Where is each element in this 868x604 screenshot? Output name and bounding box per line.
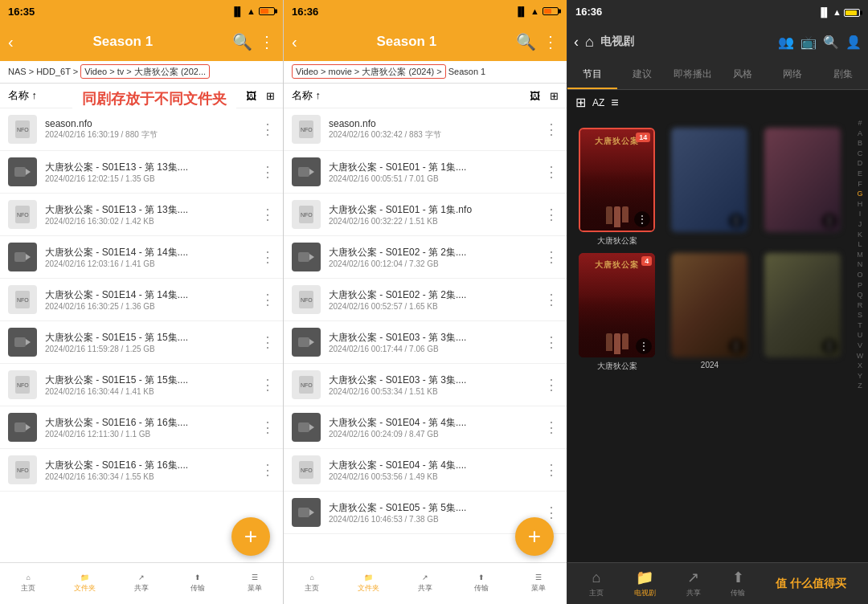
list-item[interactable]: 大唐狄公案 - S01E02 - 第 2集....2024/02/16 00:1… — [284, 236, 567, 279]
list-item[interactable]: NFO大唐狄公案 - S01E16 - 第 16集....2024/02/16 … — [0, 449, 283, 492]
back-icon[interactable]: ‹ — [8, 33, 14, 51]
alpha-letter-K[interactable]: K — [858, 230, 862, 240]
alpha-letter-#[interactable]: # — [858, 118, 862, 129]
az-sort-icon[interactable]: AZ — [592, 97, 604, 108]
file-more-button[interactable]: ⋮ — [544, 504, 559, 521]
nav-item-传输[interactable]: ⬆传输 — [170, 563, 226, 604]
show-more-btn-1[interactable]: ⋮ — [728, 213, 744, 229]
file-more-button[interactable]: ⋮ — [544, 120, 559, 138]
show-more-btn-4[interactable]: ⋮ — [728, 338, 744, 354]
alpha-letter-X[interactable]: X — [858, 361, 862, 371]
right-user-icon[interactable]: 👤 — [845, 35, 862, 50]
alpha-letter-M[interactable]: M — [857, 250, 863, 260]
grid-view-icon[interactable]: ⊞ — [575, 95, 586, 110]
nav-item-菜单[interactable]: ☰菜单 — [227, 563, 283, 604]
middle-fab-button[interactable]: + — [515, 517, 554, 556]
alpha-letter-J[interactable]: J — [858, 219, 862, 230]
alpha-letter-L[interactable]: L — [858, 239, 862, 250]
show-item-3[interactable]: 大唐狄公案 4 ⋮ 大唐狄公案 — [574, 253, 660, 372]
nav-item-主页[interactable]: ⌂主页 — [284, 563, 340, 604]
file-more-button[interactable]: ⋮ — [544, 248, 559, 266]
middle-more-icon[interactable]: ⋮ — [542, 32, 559, 51]
alpha-letter-F[interactable]: F — [858, 179, 862, 190]
right-nav-home[interactable]: ⌂ 主页 — [589, 569, 604, 598]
list-item[interactable]: 大唐狄公案 - S01E13 - 第 13集....2024/02/16 12:… — [0, 151, 283, 194]
show-more-btn-2[interactable]: ⋮ — [821, 213, 837, 229]
file-more-button[interactable]: ⋮ — [260, 163, 275, 181]
right-tab-5[interactable]: 剧集 — [818, 61, 868, 89]
list-item[interactable]: NFOseason.nfo2024/02/16 00:32:42 / 883 字… — [284, 108, 567, 151]
list-item[interactable]: 大唐狄公案 - S01E16 - 第 16集....2024/02/16 12:… — [0, 406, 283, 449]
nav-item-共享[interactable]: ↗共享 — [113, 563, 170, 604]
list-item[interactable]: NFOseason.nfo2024/02/16 16:30:19 / 880 字… — [0, 108, 283, 151]
file-more-button[interactable]: ⋮ — [544, 333, 559, 351]
file-more-button[interactable]: ⋮ — [260, 418, 275, 436]
alphabet-sidebar[interactable]: #ABCDEFGHIJKLMNOPQRSTUVWXYZ — [852, 115, 868, 562]
alpha-letter-E[interactable]: E — [858, 169, 862, 179]
alpha-letter-D[interactable]: D — [858, 158, 863, 169]
list-item[interactable]: NFO大唐狄公案 - S01E04 - 第 4集....2024/02/16 0… — [284, 449, 567, 492]
alpha-letter-P[interactable]: P — [858, 280, 862, 291]
alpha-letter-Y[interactable]: Y — [858, 371, 862, 382]
list-item[interactable]: 大唐狄公案 - S01E04 - 第 4集....2024/02/16 00:2… — [284, 406, 567, 449]
file-more-button[interactable]: ⋮ — [544, 206, 559, 223]
alpha-letter-H[interactable]: H — [858, 199, 863, 210]
middle-file-list[interactable]: NFOseason.nfo2024/02/16 00:32:42 / 883 字… — [284, 108, 567, 562]
alpha-letter-C[interactable]: C — [858, 149, 863, 159]
alpha-letter-S[interactable]: S — [858, 310, 862, 320]
sort-label[interactable]: 名称 ↑ — [8, 88, 37, 103]
middle-search-icon[interactable]: 🔍 — [516, 32, 536, 51]
file-more-button[interactable]: ⋮ — [260, 461, 275, 479]
search-icon[interactable]: 🔍 — [232, 32, 252, 51]
alpha-letter-B[interactable]: B — [858, 138, 862, 149]
show-item-1[interactable]: ⋮ — [666, 128, 752, 247]
show-more-btn-5[interactable]: ⋮ — [821, 338, 837, 354]
show-item-2[interactable]: ⋮ — [760, 128, 845, 247]
right-tab-0[interactable]: 节目 — [567, 61, 617, 89]
alpha-letter-V[interactable]: V — [858, 341, 862, 351]
alpha-letter-N[interactable]: N — [858, 259, 863, 270]
grid-icon[interactable]: ⊞ — [266, 90, 275, 102]
file-more-button[interactable]: ⋮ — [544, 291, 559, 308]
alpha-letter-W[interactable]: W — [857, 351, 864, 361]
list-item[interactable]: NFO大唐狄公案 - S01E01 - 第 1集.nfo2024/02/16 0… — [284, 194, 567, 236]
alpha-letter-R[interactable]: R — [858, 300, 863, 311]
middle-image-icon[interactable]: 🖼 — [530, 90, 540, 102]
show-item-5[interactable]: ⋮ — [760, 253, 845, 372]
right-tab-2[interactable]: 即将播出 — [668, 61, 718, 89]
right-nav-transfer[interactable]: ⬆ 传输 — [731, 569, 745, 598]
list-item[interactable]: 大唐狄公案 - S01E03 - 第 3集....2024/02/16 00:1… — [284, 321, 567, 364]
right-back-icon[interactable]: ‹ — [574, 34, 579, 51]
list-item[interactable]: NFO大唐狄公案 - S01E13 - 第 13集....2024/02/16 … — [0, 194, 283, 236]
list-item[interactable]: 大唐狄公案 - S01E15 - 第 15集....2024/02/16 11:… — [0, 321, 283, 364]
right-nav-tv[interactable]: 📁 电视剧 — [634, 569, 656, 598]
nav-item-传输[interactable]: ⬆传输 — [453, 563, 510, 604]
right-home-icon[interactable]: ⌂ — [585, 34, 594, 51]
alpha-letter-U[interactable]: U — [858, 330, 863, 341]
nav-item-文件夹[interactable]: 📁文件夹 — [340, 563, 396, 604]
list-item[interactable]: NFO大唐狄公案 - S01E15 - 第 15集....2024/02/16 … — [0, 364, 283, 406]
nav-item-共享[interactable]: ↗共享 — [397, 563, 453, 604]
list-item[interactable]: 大唐狄公案 - S01E14 - 第 14集....2024/02/16 12:… — [0, 236, 283, 279]
file-more-button[interactable]: ⋮ — [544, 163, 559, 181]
list-item[interactable]: NFO大唐狄公案 - S01E03 - 第 3集....2024/02/16 0… — [284, 364, 567, 406]
list-item[interactable]: NFO大唐狄公案 - S01E14 - 第 14集....2024/02/16 … — [0, 279, 283, 321]
file-more-button[interactable]: ⋮ — [544, 376, 559, 394]
file-more-button[interactable]: ⋮ — [260, 333, 275, 351]
alpha-letter-Q[interactable]: Q — [857, 290, 862, 300]
list-item[interactable]: 大唐狄公案 - S01E01 - 第 1集....2024/02/16 00:0… — [284, 151, 567, 194]
alpha-letter-G[interactable]: G — [857, 189, 862, 199]
right-tab-1[interactable]: 建议 — [617, 61, 667, 89]
file-more-button[interactable]: ⋮ — [260, 206, 275, 223]
alpha-letter-T[interactable]: T — [858, 320, 862, 331]
file-more-button[interactable]: ⋮ — [544, 461, 559, 479]
left-fab-button[interactable]: + — [231, 517, 270, 556]
filter-icon[interactable]: ≡ — [611, 96, 618, 110]
file-more-button[interactable]: ⋮ — [260, 248, 275, 266]
alpha-letter-O[interactable]: O — [857, 270, 862, 280]
alpha-letter-I[interactable]: I — [859, 209, 862, 219]
file-more-button[interactable]: ⋮ — [260, 291, 275, 308]
list-item[interactable]: NFO大唐狄公案 - S01E02 - 第 2集....2024/02/16 0… — [284, 279, 567, 321]
alpha-letter-Z[interactable]: Z — [858, 381, 862, 391]
alpha-letter-A[interactable]: A — [858, 129, 862, 139]
